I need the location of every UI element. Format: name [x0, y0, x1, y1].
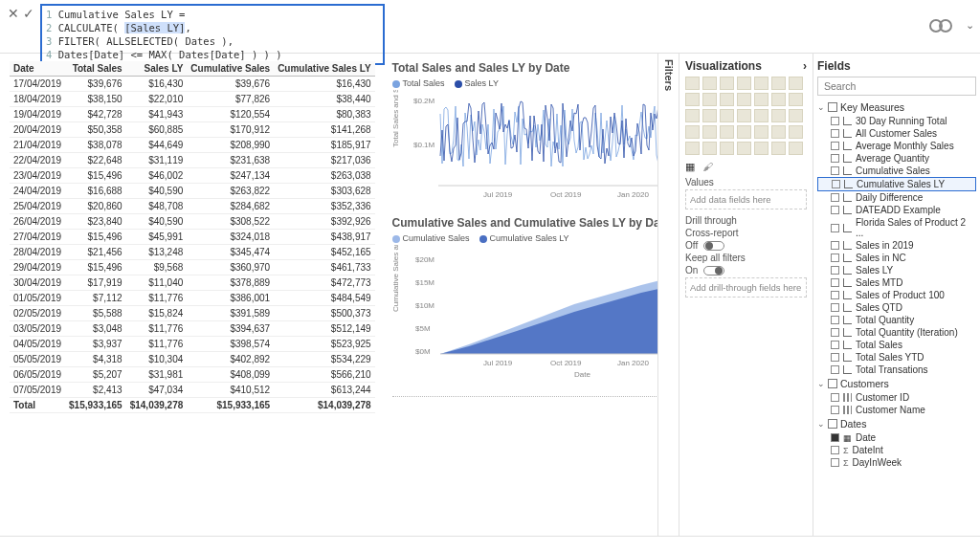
checkbox-icon[interactable] [831, 328, 839, 337]
field-item[interactable]: Sales MTD [817, 276, 976, 289]
field-item[interactable]: Sales in 2019 [817, 239, 976, 252]
table-row[interactable]: 25/04/2019$20,860$48,708$284,682$352,336 [10, 199, 375, 214]
viz-type-icon[interactable] [702, 142, 717, 155]
checkbox-icon[interactable] [831, 266, 839, 275]
field-item[interactable]: Total Quantity [817, 314, 976, 326]
fields-search-input[interactable] [817, 77, 976, 96]
viz-type-icon[interactable] [702, 77, 717, 90]
table-row[interactable]: 02/05/2019$5,588$15,824$391,589$500,373 [10, 306, 375, 321]
table-row[interactable]: 01/05/2019$7,112$11,776$386,001$484,549 [10, 291, 375, 306]
viz-type-icon[interactable] [737, 93, 751, 106]
format-tab-icon[interactable]: 🖌 [702, 161, 713, 173]
viz-type-icon[interactable] [789, 93, 803, 106]
checkbox-icon[interactable] [831, 166, 839, 175]
viz-type-icon[interactable] [771, 77, 786, 90]
checkbox-icon[interactable] [831, 117, 839, 125]
checkbox-icon[interactable] [831, 458, 839, 467]
table-row[interactable]: 18/04/2019$38,150$22,010$77,826$38,440 [10, 92, 375, 107]
table-header-dates[interactable]: ⌄Dates [817, 416, 976, 431]
field-item[interactable]: Average Monthly Sales [817, 140, 976, 152]
field-item[interactable]: 30 Day Running Total [817, 115, 976, 127]
collapse-icon[interactable]: › [803, 59, 807, 73]
viz-type-icon[interactable] [702, 109, 717, 122]
table-row[interactable]: 22/04/2019$22,648$31,119$231,638$217,036 [10, 153, 375, 168]
checkbox-icon[interactable] [831, 224, 839, 232]
field-item[interactable]: Daily Difference [817, 191, 976, 204]
checkbox-icon[interactable] [831, 253, 839, 262]
cross-report-toggle[interactable] [703, 241, 724, 251]
checkbox-icon[interactable] [831, 193, 839, 202]
viz-type-icon[interactable] [737, 142, 751, 155]
table-row[interactable]: 05/05/2019$4,318$10,304$402,892$534,229 [10, 352, 375, 367]
checkbox-icon[interactable] [831, 303, 839, 312]
viz-type-icon[interactable] [789, 109, 803, 122]
table-row[interactable]: 24/04/2019$16,688$40,590$263,822$303,628 [10, 184, 375, 199]
viz-type-icon[interactable] [789, 77, 803, 90]
field-item[interactable]: Customer Name [817, 404, 976, 416]
table-row[interactable]: 17/04/2019$39,676$16,430$39,676$16,430 [10, 77, 375, 92]
table-header[interactable]: Sales LY [126, 61, 188, 77]
table-row[interactable]: 03/05/2019$3,048$11,776$394,637$512,149 [10, 321, 375, 337]
checkbox-icon[interactable] [831, 129, 839, 138]
field-item[interactable]: Sales QTD [817, 301, 976, 314]
table-row[interactable]: 26/04/2019$23,840$40,590$308,522$392,926 [10, 214, 375, 230]
table-row[interactable]: 27/04/2019$15,496$45,991$324,018$438,917 [10, 230, 375, 245]
viz-type-icon[interactable] [685, 142, 700, 155]
viz-type-icon[interactable] [737, 77, 751, 90]
checkbox-icon[interactable] [831, 446, 839, 454]
field-item[interactable]: Total Sales [817, 339, 976, 351]
table-header[interactable]: Cumulative Sales LY [274, 61, 374, 77]
table-row[interactable]: 07/05/2019$2,413$47,034$410,512$613,244 [10, 383, 375, 398]
viz-type-icon[interactable] [771, 142, 786, 155]
field-item[interactable]: Total Transations [817, 364, 976, 376]
table-row[interactable]: 06/05/2019$5,207$31,981$408,099$566,210 [10, 367, 375, 383]
viz-type-icon[interactable] [789, 125, 803, 139]
field-item[interactable]: Total Sales YTD [817, 351, 976, 364]
field-item[interactable]: Average Quantity [817, 152, 976, 165]
checkbox-icon[interactable] [831, 142, 839, 150]
checkbox-icon[interactable] [831, 154, 839, 163]
checkbox-icon[interactable] [832, 180, 840, 188]
table-header[interactable]: Total Sales [65, 61, 126, 77]
field-item[interactable]: ΣDayInWeek [817, 456, 976, 469]
data-table-visual[interactable]: DateTotal SalesSales LYCumulative SalesC… [10, 61, 375, 413]
table-row[interactable]: 19/04/2019$42,728$41,943$120,554$80,383 [10, 107, 375, 122]
fields-tab-icon[interactable]: ▦ [685, 161, 695, 173]
field-item[interactable]: DATEADD Example [817, 204, 976, 216]
table-row[interactable]: 20/04/2019$50,358$60,885$170,912$141,268 [10, 122, 375, 138]
cancel-formula-icon[interactable]: ✕ [8, 6, 19, 21]
field-item[interactable]: ΣDateInt [817, 444, 976, 456]
viz-type-icon[interactable] [685, 77, 700, 90]
viz-type-icon[interactable] [720, 109, 734, 122]
checkbox-icon[interactable] [831, 365, 839, 374]
field-item[interactable]: ▦Date [817, 431, 976, 444]
checkbox-icon[interactable] [831, 291, 839, 299]
viz-type-icon[interactable] [771, 109, 786, 122]
table-header-key-measures[interactable]: ⌄Key Measures [817, 99, 976, 115]
table-row[interactable]: 28/04/2019$21,456$13,248$345,474$452,165 [10, 245, 375, 260]
field-item[interactable]: Sales in NC [817, 252, 976, 264]
checkbox-icon[interactable] [831, 316, 839, 324]
viz-type-icon[interactable] [771, 125, 786, 139]
page-tabs-bar[interactable] [0, 536, 980, 551]
viz-type-icon[interactable] [720, 93, 734, 106]
checkbox-icon[interactable] [831, 406, 839, 414]
field-item[interactable]: Customer ID [817, 391, 976, 404]
field-item[interactable]: All Customer Sales [817, 127, 976, 140]
sync-slicers-icon[interactable] [929, 19, 952, 33]
viz-type-icon[interactable] [754, 93, 768, 106]
viz-type-icon[interactable] [754, 142, 768, 155]
viz-type-icon[interactable] [754, 109, 768, 122]
table-row[interactable]: 23/04/2019$15,496$46,002$247,134$263,038 [10, 168, 375, 184]
viz-type-icon[interactable] [754, 125, 768, 139]
checkbox-icon[interactable] [831, 341, 839, 349]
viz-type-gallery[interactable] [685, 77, 807, 155]
table-row[interactable]: 21/04/2019$38,078$44,649$208,990$185,917 [10, 138, 375, 153]
field-item[interactable]: Cumulative Sales LY [817, 177, 976, 191]
field-item[interactable]: Total Quantity (Iteration) [817, 326, 976, 339]
viz-type-icon[interactable] [737, 109, 751, 122]
area-chart-cumulative[interactable]: Cumulative Sales and Cumulative Sales LY… [392, 216, 657, 381]
viz-type-icon[interactable] [685, 109, 700, 122]
checkbox-icon[interactable] [831, 393, 839, 402]
field-item[interactable]: Florida Sales of Product 2 ... [817, 216, 976, 239]
